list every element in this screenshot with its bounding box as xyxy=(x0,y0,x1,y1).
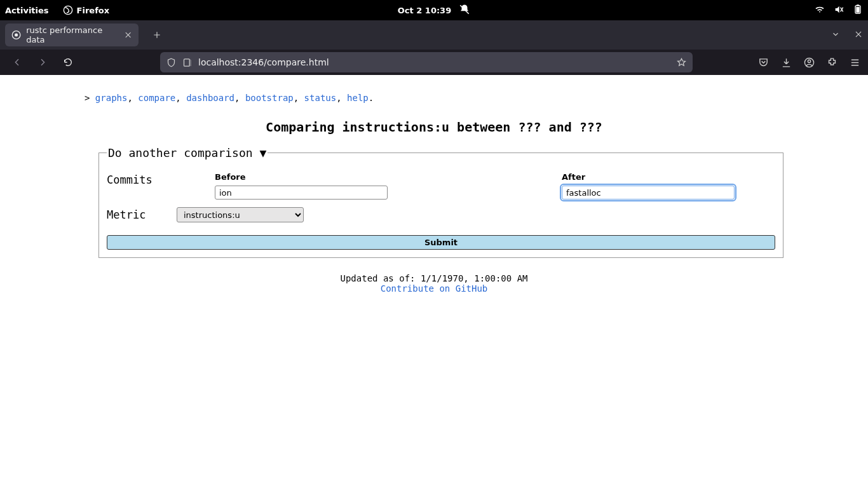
downloads-button[interactable] xyxy=(780,57,792,68)
breadcrumb: > graphs, compare, dashboard, bootstrap,… xyxy=(85,75,783,103)
app-menu[interactable]: Firefox xyxy=(63,5,110,15)
reload-button[interactable] xyxy=(58,53,78,72)
firefox-icon xyxy=(63,5,73,15)
all-tabs-button[interactable] xyxy=(831,29,840,41)
page-title: Comparing instructions:u between ??? and… xyxy=(85,119,783,135)
url-bar[interactable]: localhost:2346/compare.html xyxy=(160,52,693,72)
submit-button[interactable]: Submit xyxy=(107,235,775,250)
after-header: After xyxy=(562,172,775,182)
window-close-button[interactable] xyxy=(854,29,863,41)
nav-link-bootstrap[interactable]: bootstrap xyxy=(245,93,294,103)
comparison-fieldset: Do another comparison ▼ Commits Before A… xyxy=(98,146,783,258)
activities-button[interactable]: Activities xyxy=(5,6,49,15)
browser-toolbar: localhost:2346/compare.html xyxy=(0,50,868,75)
before-input[interactable] xyxy=(215,186,388,200)
after-input[interactable] xyxy=(562,186,735,200)
nav-link-compare[interactable]: compare xyxy=(138,93,175,103)
plus-icon xyxy=(153,30,161,39)
bookmark-star-icon[interactable] xyxy=(677,58,686,67)
url-text: localhost:2346/compare.html xyxy=(198,57,329,67)
os-top-bar: Activities Firefox Oct 2 10:39 xyxy=(0,0,868,20)
svg-rect-4 xyxy=(857,4,859,6)
battery-icon[interactable] xyxy=(853,4,863,17)
nav-link-status[interactable]: status xyxy=(304,93,337,103)
tab-title: rustc performance data xyxy=(26,25,119,44)
svg-point-0 xyxy=(64,6,72,14)
account-button[interactable] xyxy=(803,57,815,68)
back-button[interactable] xyxy=(8,53,27,72)
browser-tab-strip: rustc performance data xyxy=(0,20,868,50)
pocket-button[interactable] xyxy=(757,57,769,68)
clock[interactable]: Oct 2 10:39 xyxy=(398,6,451,15)
new-tab-button[interactable] xyxy=(147,25,166,44)
nav-link-help[interactable]: help xyxy=(347,93,369,103)
extensions-button[interactable] xyxy=(826,57,837,68)
nav-prefix: > xyxy=(85,93,95,103)
page-content: > graphs, compare, dashboard, bootstrap,… xyxy=(0,75,868,294)
svg-point-7 xyxy=(15,33,18,36)
nav-link-graphs[interactable]: graphs xyxy=(95,93,128,103)
contribute-link[interactable]: Contribute on GitHub xyxy=(381,283,488,294)
svg-rect-5 xyxy=(856,7,859,13)
updated-text: Updated as of: 1/1/1970, 1:00:00 AM xyxy=(85,273,783,283)
volume-icon[interactable] xyxy=(834,4,844,17)
fieldset-legend[interactable]: Do another comparison ▼ xyxy=(107,146,268,159)
notifications-off-icon[interactable] xyxy=(459,4,470,17)
app-menu-button[interactable] xyxy=(849,57,860,68)
app-name: Firefox xyxy=(77,6,110,15)
metric-select[interactable]: instructions:u xyxy=(177,207,304,222)
close-icon[interactable] xyxy=(124,30,132,39)
tab-favicon-icon xyxy=(11,30,21,40)
nav-link-dashboard[interactable]: dashboard xyxy=(186,93,234,103)
svg-point-10 xyxy=(808,60,810,62)
wifi-icon[interactable] xyxy=(815,4,825,17)
metric-label: Metric xyxy=(107,207,177,221)
shield-icon xyxy=(166,58,176,67)
forward-button[interactable] xyxy=(33,53,52,72)
before-header: Before xyxy=(215,172,428,182)
page-info-icon xyxy=(182,58,192,67)
svg-rect-8 xyxy=(184,58,190,65)
browser-tab[interactable]: rustc performance data xyxy=(5,24,139,46)
commits-label: Commits xyxy=(107,172,215,186)
